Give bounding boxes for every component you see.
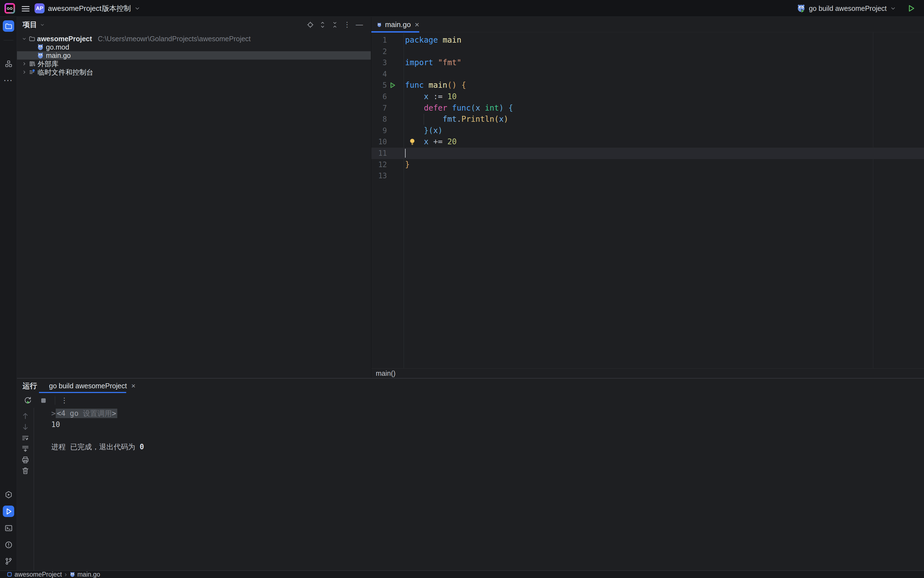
breadcrumb[interactable]: main() (376, 369, 396, 377)
code-line-8[interactable]: 8 fmt.Println(x) (371, 114, 924, 125)
line-number: 13 (371, 170, 387, 182)
status-bar: awesomeProject › main.go (0, 570, 924, 578)
project-panel-title[interactable]: 项目 (23, 20, 37, 29)
code-line-10[interactable]: 10 x += 20 (371, 136, 924, 148)
main-menu-icon[interactable] (22, 5, 29, 12)
run-panel-toolbar: ⋮ (17, 393, 924, 408)
close-icon[interactable]: × (415, 21, 419, 29)
chevron-right-icon[interactable] (21, 69, 27, 75)
line-number: 8 (371, 114, 387, 125)
code-line-4[interactable]: 4 (371, 68, 924, 80)
chevron-right-icon[interactable] (21, 61, 27, 67)
code-line-3[interactable]: 3import "fmt" (371, 57, 924, 68)
code-line-6[interactable]: 6 x := 10 (371, 91, 924, 102)
statusbar-project[interactable]: awesomeProject (15, 571, 62, 578)
options-kebab-icon[interactable]: ⋮ (343, 21, 351, 28)
editor-area: main.go × 1package main23import "fmt"45f… (371, 17, 924, 378)
code-line-11[interactable]: 11 (371, 148, 924, 159)
more-tool-windows-button[interactable]: ··· (3, 75, 14, 86)
code-text: package main (405, 34, 461, 46)
code-line-9[interactable]: 9 }(x) (371, 125, 924, 136)
tree-item-main.go[interactable]: main.go (17, 51, 371, 60)
console-output[interactable]: ><4 go 设置调用>10进程 已完成，退出代码为 0 (34, 408, 924, 570)
console-line-3 (34, 430, 924, 441)
next-occurrence-icon[interactable] (21, 423, 29, 431)
rerun-icon[interactable] (24, 396, 32, 405)
expand-all-icon[interactable] (319, 21, 326, 28)
line-number: 4 (371, 68, 387, 80)
tab-main-go[interactable]: main.go × (371, 17, 419, 32)
problems-tool-button[interactable] (3, 539, 14, 550)
console-output-text: 10 (51, 421, 60, 429)
line-number: 12 (371, 159, 387, 170)
project-widget[interactable]: AP awesomeProject (34, 3, 111, 14)
clear-console-icon[interactable] (21, 467, 29, 475)
scroll-to-end-icon[interactable] (21, 445, 29, 453)
project-widget-label: awesomeProject (48, 4, 101, 13)
run-panel-title[interactable]: 运行 (23, 378, 37, 393)
tree-item-awesomeProject[interactable]: awesomeProjectC:\Users\meowr\GolandProje… (17, 34, 371, 43)
print-icon[interactable] (21, 456, 29, 464)
terminal-tool-button[interactable] (3, 522, 14, 534)
code-line-7[interactable]: 7 defer func(x int) { (371, 102, 924, 114)
code-line-5[interactable]: 5func main() { (371, 80, 924, 91)
locate-file-icon[interactable] (307, 21, 314, 28)
line-number: 9 (371, 125, 387, 136)
git-branch-icon (5, 557, 13, 565)
console-line-2: 10 (34, 419, 924, 430)
services-tool-button[interactable] (3, 489, 14, 500)
project-panel-header: 项目 ⋮ — (17, 17, 371, 32)
code-line-12[interactable]: 12} (371, 159, 924, 170)
chevron-down-icon (134, 5, 140, 11)
code-text: fmt.Println(x) (405, 114, 508, 125)
chevron-down-icon (890, 5, 896, 11)
code-editor[interactable]: 1package main23import "fmt"45func main()… (371, 32, 924, 182)
run-config-selector[interactable]: go build awesomeProject (797, 3, 896, 14)
line-number: 3 (371, 57, 387, 68)
project-avatar: AP (34, 3, 45, 13)
version-control-tool-button[interactable] (3, 555, 14, 567)
hide-panel-icon[interactable]: — (356, 21, 363, 28)
run-button[interactable] (907, 4, 916, 13)
tree-item-外部库[interactable]: 外部库 (17, 60, 371, 68)
tree-item-go.mod[interactable]: go.mod (17, 43, 371, 51)
gopher-run-config-icon (797, 4, 805, 13)
run-tool-button[interactable] (3, 506, 14, 517)
statusbar-file[interactable]: main.go (78, 571, 100, 578)
close-icon[interactable]: × (131, 382, 135, 390)
left-toolbar-rail: ··· (0, 17, 17, 570)
gopher-file-icon (377, 21, 382, 29)
process-exit-text: 进程 已完成，退出代码为 (51, 443, 140, 451)
tree-item-label: go.mod (46, 43, 69, 51)
run-line-icon[interactable] (388, 81, 396, 89)
console-prompt: > (51, 409, 56, 417)
code-line-2[interactable]: 2 (371, 46, 924, 57)
prev-occurrence-icon[interactable] (21, 412, 29, 420)
line-number: 5 (371, 80, 387, 91)
goland-logo-text: GO (6, 5, 13, 12)
vcs-widget-label: 版本控制 (102, 3, 131, 13)
library-icon (29, 60, 36, 67)
line-number: 2 (371, 46, 387, 57)
vcs-widget[interactable]: 版本控制 (102, 3, 140, 14)
tree-item-临时文件和控制台[interactable]: 临时文件和控制台 (17, 68, 371, 76)
soft-wrap-icon[interactable] (21, 434, 29, 442)
chevron-down-icon[interactable] (21, 36, 27, 42)
structure-tool-button[interactable] (3, 58, 14, 69)
more-options-kebab-icon[interactable]: ⋮ (61, 396, 68, 405)
indent-guide (424, 114, 424, 125)
project-tool-button[interactable] (3, 20, 14, 32)
stop-icon[interactable] (39, 396, 48, 405)
gopher-file-icon (70, 572, 75, 577)
tab-go-build-awesomeproject[interactable]: go build awesomeProject × (39, 378, 126, 393)
collapse-all-icon[interactable] (331, 21, 338, 28)
terminal-icon (5, 524, 13, 532)
code-line-1[interactable]: 1package main (371, 34, 924, 46)
code-line-13[interactable]: 13 (371, 170, 924, 182)
text-caret (405, 149, 406, 157)
problems-icon (5, 541, 13, 549)
code-text: defer func(x int) { (405, 102, 513, 114)
run-config-label: go build awesomeProject (809, 5, 887, 13)
console-line-1: ><4 go 设置调用> (34, 408, 924, 419)
line-number: 11 (371, 148, 387, 159)
